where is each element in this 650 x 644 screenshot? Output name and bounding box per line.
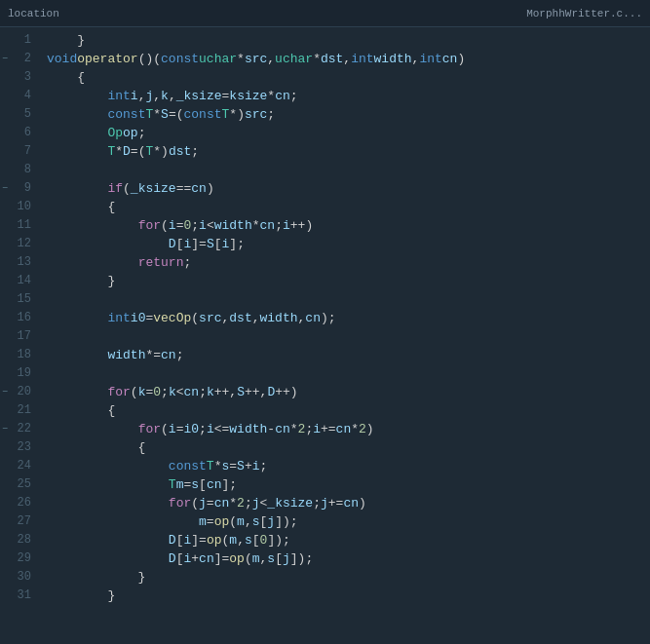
code-line: for (i = i0; i <= width - cn * 2; i += c…: [47, 420, 650, 438]
line-number: −20: [0, 383, 39, 401]
line-number: 3: [0, 68, 39, 87]
line-number: −2: [0, 50, 39, 68]
line-number: 31: [0, 587, 39, 605]
line-number: 24: [0, 457, 39, 475]
code-line: }: [47, 31, 650, 50]
code-line: }: [47, 568, 650, 587]
line-number: 16: [0, 309, 39, 327]
code-line: D[i] = op(m, s[0]);: [47, 531, 650, 549]
code-line: int i, j, k, _ksize = ksize*cn;: [47, 87, 650, 105]
code-line: for (k = 0; k < cn; k++, S++, D++): [47, 383, 650, 401]
line-number: 11: [0, 216, 39, 235]
line-number: 21: [0, 401, 39, 420]
code-line: {: [47, 198, 650, 216]
line-number: 26: [0, 494, 39, 512]
code-line: int i0 = vecOp(src, dst, width, cn);: [47, 309, 650, 327]
code-line: T m = s[cn];: [47, 475, 650, 494]
code-line: {: [47, 438, 650, 457]
code-line: const T* s = S + i;: [47, 457, 650, 475]
line-number: 1: [0, 31, 39, 50]
code-line: Op op;: [47, 124, 650, 142]
code-line: D[i] = S[i];: [47, 235, 650, 253]
fold-indicator[interactable]: −: [2, 50, 8, 68]
fold-indicator[interactable]: −: [2, 383, 8, 401]
line-number: 8: [0, 161, 39, 179]
line-number: 6: [0, 124, 39, 142]
code-line: return;: [47, 253, 650, 272]
line-number: 18: [0, 346, 39, 364]
line-number: −22: [0, 420, 39, 438]
code-line: D[i + cn] = op(m, s[j]);: [47, 549, 650, 568]
line-number: 4: [0, 87, 39, 105]
line-number: 5: [0, 105, 39, 124]
line-number: 13: [0, 253, 39, 272]
code-line: width *= cn;: [47, 346, 650, 364]
top-bar-location: location: [8, 8, 59, 19]
fold-indicator[interactable]: −: [2, 179, 8, 198]
code-line: for (j = cn * 2; j < _ksize; j += cn): [47, 494, 650, 512]
code-line: void operator()(const uchar* src, uchar*…: [47, 50, 650, 68]
code-line: [47, 290, 650, 309]
line-number: 23: [0, 438, 39, 457]
line-numbers: 1−2345678−910111213141516171819−2021−222…: [0, 27, 39, 644]
code-line: {: [47, 401, 650, 420]
fold-indicator[interactable]: −: [2, 420, 8, 438]
line-number: 7: [0, 142, 39, 161]
top-bar: location MorphhWritter.c...: [0, 0, 650, 27]
line-number: 14: [0, 272, 39, 290]
line-number: 25: [0, 475, 39, 494]
code-area[interactable]: 1−2345678−910111213141516171819−2021−222…: [0, 27, 650, 644]
line-number: 19: [0, 364, 39, 383]
line-number: 27: [0, 512, 39, 531]
line-number: 28: [0, 531, 39, 549]
code-editor: location MorphhWritter.c... 1−2345678−91…: [0, 0, 650, 644]
line-number: 29: [0, 549, 39, 568]
line-number: 15: [0, 290, 39, 309]
code-line: [47, 161, 650, 179]
code-line: T* D = (T*)dst;: [47, 142, 650, 161]
line-number: −9: [0, 179, 39, 198]
line-number: 12: [0, 235, 39, 253]
line-number: 30: [0, 568, 39, 587]
code-line: const T* S = (const T*)src;: [47, 105, 650, 124]
code-line: [47, 327, 650, 346]
code-line: }: [47, 272, 650, 290]
code-line: }: [47, 587, 650, 605]
code-line: m = op(m, s[j]);: [47, 512, 650, 531]
top-bar-filename: MorphhWritter.c...: [526, 8, 642, 19]
code-line: if (_ksize == cn): [47, 179, 650, 198]
code-line: {: [47, 68, 650, 87]
line-number: 17: [0, 327, 39, 346]
code-line: [47, 364, 650, 383]
code-content[interactable]: }void operator()(const uchar* src, uchar…: [39, 27, 650, 644]
code-line: for (i = 0; i < width*cn; i++): [47, 216, 650, 235]
line-number: 10: [0, 198, 39, 216]
